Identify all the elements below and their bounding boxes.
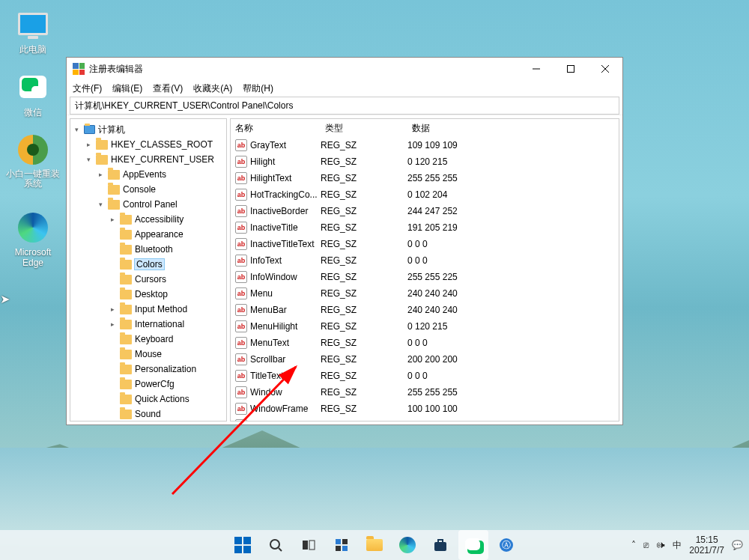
tray-ime[interactable]: 中 <box>673 539 682 552</box>
expand-icon[interactable]: ▸ <box>108 216 117 223</box>
tree-node[interactable]: PowerCfg <box>70 377 226 392</box>
list-row[interactable]: abWindowTextREG_SZ0 0 0 <box>231 417 619 421</box>
app-button[interactable]: Ⓐ <box>491 530 521 560</box>
expand-icon[interactable]: ▸ <box>108 305 117 313</box>
list-row[interactable]: abWindowREG_SZ255 255 255 <box>231 384 619 401</box>
desktop-icon-edge[interactable]: Microsoft Edge <box>4 211 61 268</box>
tree-label: PowerCfg <box>135 379 175 389</box>
tree-node[interactable]: ▸International <box>70 317 226 332</box>
desktop-icon-wechat[interactable]: 微信 <box>4 70 61 119</box>
list-header[interactable]: 名称 类型 数据 <box>231 119 619 137</box>
tray-cast-icon[interactable]: ⎚ <box>643 540 649 550</box>
taskbar[interactable]: Ⓐ ˄ ⎚ 🕪 中 15:15 2021/7/7 💬 <box>0 530 749 560</box>
list-row[interactable]: abMenuREG_SZ240 240 240 <box>231 285 619 302</box>
tree-label: Bluetooth <box>135 244 173 255</box>
tray-notifications-icon[interactable]: 💬 <box>732 540 743 550</box>
list-row[interactable]: abInactiveTitleREG_SZ191 205 219 <box>231 219 619 236</box>
folder-icon <box>108 170 120 180</box>
tree-label: Colors <box>135 259 164 270</box>
minimize-button[interactable] <box>519 58 554 80</box>
tree-label: Mouse <box>135 349 162 359</box>
tree-node[interactable]: Appearance <box>70 227 226 242</box>
col-type[interactable]: 类型 <box>321 122 407 135</box>
row-type: REG_SZ <box>321 420 407 421</box>
list-row[interactable]: abMenuHilightREG_SZ0 120 215 <box>231 318 619 335</box>
maximize-button[interactable] <box>554 58 588 80</box>
tree-node[interactable]: Cursors <box>70 272 226 287</box>
expand-icon[interactable]: ▾ <box>96 201 105 208</box>
tree-node[interactable]: ▾HKEY_CURRENT_USER <box>70 152 226 167</box>
folder-icon <box>120 395 132 404</box>
row-data: 0 0 0 <box>407 338 619 348</box>
list-row[interactable]: abMenuTextREG_SZ0 0 0 <box>231 335 619 351</box>
title-bar[interactable]: 注册表编辑器 <box>67 58 622 80</box>
start-button[interactable] <box>228 530 258 560</box>
menu-file[interactable]: 文件(F) <box>73 82 102 95</box>
menu-edit[interactable]: 编辑(E) <box>112 82 142 95</box>
list-row[interactable]: abInfoWindowREG_SZ255 255 225 <box>231 269 619 285</box>
desktop[interactable]: 此电脑 微信 小白一键重装系统 Microsoft Edge ➤ 注册表编辑器 … <box>0 0 749 560</box>
tree-label: Quick Actions <box>135 394 189 404</box>
tree-node[interactable]: Mouse <box>70 347 226 362</box>
list-row[interactable]: abScrollbarREG_SZ200 200 200 <box>231 351 619 368</box>
search-button[interactable] <box>261 530 291 560</box>
wechat-button[interactable] <box>458 530 488 560</box>
address-bar[interactable]: 计算机\HKEY_CURRENT_USER\Control Panel\Colo… <box>70 97 619 115</box>
tree-node[interactable]: ▸Input Method <box>70 302 226 317</box>
list-row[interactable]: abMenuBarREG_SZ240 240 240 <box>231 302 619 318</box>
tray-volume-icon[interactable]: 🕪 <box>656 540 665 550</box>
explorer-button[interactable] <box>360 530 389 560</box>
store-button[interactable] <box>425 530 455 560</box>
tree-node[interactable]: Quick Actions <box>70 392 226 407</box>
col-data[interactable]: 数据 <box>407 122 619 135</box>
tree-node[interactable]: Sound <box>70 407 226 421</box>
tree-node[interactable]: Personalization <box>70 362 226 377</box>
desktop-icon-label: 此电脑 <box>4 43 61 56</box>
widgets-button[interactable] <box>327 530 357 560</box>
list-pane[interactable]: 名称 类型 数据 abGrayTextREG_SZ109 109 109abHi… <box>230 118 619 421</box>
folder-icon <box>96 140 108 150</box>
row-data: 109 109 109 <box>407 140 619 150</box>
tray-clock[interactable]: 15:15 2021/7/7 <box>689 535 724 556</box>
tree-node[interactable]: Keyboard <box>70 332 226 347</box>
expand-icon[interactable]: ▸ <box>96 171 105 178</box>
list-row[interactable]: abInactiveBorderREG_SZ244 247 252 <box>231 203 619 219</box>
tree-node[interactable]: Colors <box>70 257 226 272</box>
list-row[interactable]: abTitleTextREG_SZ0 0 0 <box>231 368 619 384</box>
tree-pane[interactable]: ▾计算机▸HKEY_CLASSES_ROOT▾HKEY_CURRENT_USER… <box>70 118 227 421</box>
menu-favorites[interactable]: 收藏夹(A) <box>193 82 232 95</box>
desktop-icon-label: 小白一键重装系统 <box>4 169 61 189</box>
list-row[interactable]: abInfoTextREG_SZ0 0 0 <box>231 252 619 269</box>
list-row[interactable]: abHotTrackingCo...REG_SZ0 102 204 <box>231 186 619 203</box>
menu-help[interactable]: 帮助(H) <box>243 82 273 95</box>
edge-button[interactable] <box>392 530 422 560</box>
list-row[interactable]: abWindowFrameREG_SZ100 100 100 <box>231 401 619 417</box>
tree-node[interactable]: ▾计算机 <box>70 122 226 137</box>
tree-node[interactable]: ▸HKEY_CLASSES_ROOT <box>70 137 226 152</box>
menu-view[interactable]: 查看(V) <box>153 82 183 95</box>
tree-node[interactable]: ▸Accessibility <box>70 212 226 227</box>
tree-node[interactable]: Console <box>70 182 226 197</box>
reinstall-icon <box>18 135 48 165</box>
row-type: REG_SZ <box>321 239 407 249</box>
tray-chevron-icon[interactable]: ˄ <box>631 540 636 550</box>
col-name[interactable]: 名称 <box>231 122 321 135</box>
list-row[interactable]: abHilightREG_SZ0 120 215 <box>231 153 619 170</box>
desktop-icon-reinstall[interactable]: 小白一键重装系统 <box>4 133 61 189</box>
expand-icon[interactable]: ▸ <box>108 320 117 328</box>
taskview-button[interactable] <box>294 530 324 560</box>
expand-icon[interactable]: ▸ <box>84 141 93 148</box>
close-button[interactable] <box>588 58 622 80</box>
desktop-icon-this-pc[interactable]: 此电脑 <box>4 7 61 56</box>
row-type: REG_SZ <box>321 140 407 150</box>
list-row[interactable]: abHilightTextREG_SZ255 255 255 <box>231 170 619 186</box>
tree-node[interactable]: Bluetooth <box>70 242 226 257</box>
tree-node[interactable]: ▾Control Panel <box>70 197 226 212</box>
list-row[interactable]: abGrayTextREG_SZ109 109 109 <box>231 137 619 153</box>
row-name: Window <box>250 387 321 398</box>
tree-node[interactable]: Desktop <box>70 287 226 302</box>
expand-icon[interactable]: ▾ <box>84 156 93 163</box>
list-row[interactable]: abInactiveTitleTextREG_SZ0 0 0 <box>231 236 619 252</box>
tree-node[interactable]: ▸AppEvents <box>70 167 226 182</box>
expand-icon[interactable]: ▾ <box>72 126 81 133</box>
